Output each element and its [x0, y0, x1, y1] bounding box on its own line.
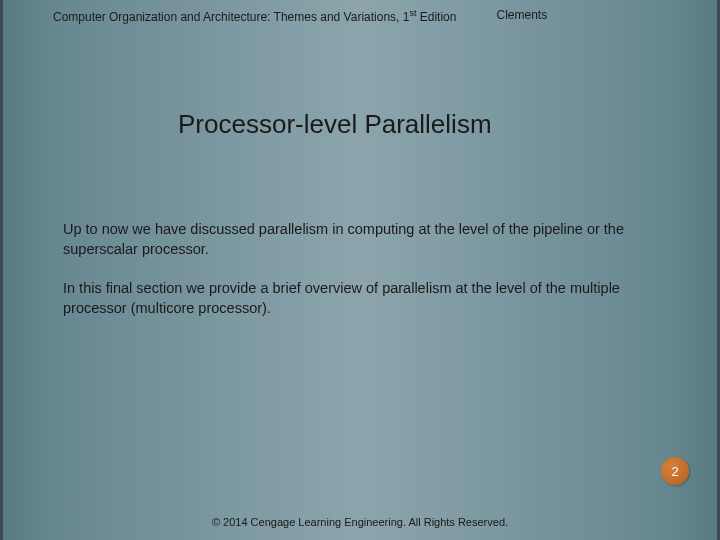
page-number-value: 2: [671, 464, 678, 479]
slide-header: Computer Organization and Architecture: …: [3, 0, 717, 24]
copyright-footer: © 2014 Cengage Learning Engineering. All…: [3, 516, 717, 528]
book-title: Computer Organization and Architecture: …: [53, 8, 456, 24]
paragraph-1: Up to now we have discussed parallelism …: [63, 220, 657, 259]
slide-body: Up to now we have discussed parallelism …: [3, 140, 717, 318]
book-title-suffix: Edition: [416, 10, 456, 24]
author-name: Clements: [496, 8, 547, 24]
book-title-prefix: Computer Organization and Architecture: …: [53, 10, 409, 24]
slide-container: Computer Organization and Architecture: …: [0, 0, 720, 540]
page-number-badge: 2: [661, 457, 689, 485]
slide-title: Processor-level Parallelism: [3, 24, 717, 140]
paragraph-2: In this final section we provide a brief…: [63, 279, 657, 318]
